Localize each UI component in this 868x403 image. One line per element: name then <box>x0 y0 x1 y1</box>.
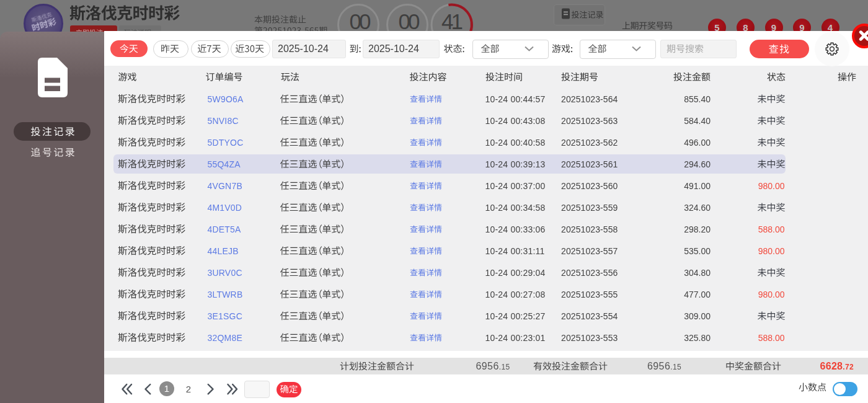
svg-text:10-24 00:43:08: 10-24 00:43:08 <box>485 116 546 126</box>
svg-text:535.00: 535.00 <box>684 246 711 256</box>
svg-text:6628.72: 6628.72 <box>820 361 854 371</box>
svg-text:584.40: 584.40 <box>684 116 711 126</box>
svg-text:20251023-554: 20251023-554 <box>561 311 618 321</box>
svg-text:6956.15: 6956.15 <box>476 361 510 371</box>
svg-text:20251023-560: 20251023-560 <box>561 181 618 191</box>
svg-text:10-24 00:33:06: 10-24 00:33:06 <box>485 224 546 234</box>
svg-text:298.20: 298.20 <box>684 224 711 234</box>
svg-text:2025-10-24: 2025-10-24 <box>368 43 419 54</box>
svg-text:10-24 00:23:01: 10-24 00:23:01 <box>485 333 546 343</box>
svg-text:4M1V0D: 4M1V0D <box>208 203 242 213</box>
svg-text:309.00: 309.00 <box>684 311 711 321</box>
svg-text:10-24 00:29:04: 10-24 00:29:04 <box>485 268 546 278</box>
svg-text:980.00: 980.00 <box>758 181 785 191</box>
svg-text:10-24 00:39:13: 10-24 00:39:13 <box>485 159 546 169</box>
svg-text:20251023-557: 20251023-557 <box>561 246 618 256</box>
svg-text:324.60: 324.60 <box>684 203 711 213</box>
svg-text:32QM8E: 32QM8E <box>208 333 242 343</box>
svg-text:10-24 00:25:27: 10-24 00:25:27 <box>485 311 546 321</box>
svg-text:588.00: 588.00 <box>758 224 785 234</box>
svg-text:2: 2 <box>186 384 191 394</box>
svg-text:855.40: 855.40 <box>684 94 711 104</box>
svg-text:980.00: 980.00 <box>758 290 785 299</box>
svg-text:10-24 00:31:11: 10-24 00:31:11 <box>485 246 545 256</box>
svg-text:20251023-564: 20251023-564 <box>561 94 618 104</box>
svg-text:294.60: 294.60 <box>684 159 711 169</box>
svg-text:20251023-562: 20251023-562 <box>561 138 618 148</box>
svg-text:491.00: 491.00 <box>684 181 711 191</box>
svg-text:20251023-555: 20251023-555 <box>561 290 618 299</box>
svg-text:10-24 00:37:00: 10-24 00:37:00 <box>485 181 546 191</box>
svg-text:55Q4ZA: 55Q4ZA <box>208 159 241 169</box>
svg-text:6956.15: 6956.15 <box>647 361 681 371</box>
svg-text:20251023-553: 20251023-553 <box>561 333 618 343</box>
svg-text:20251023-563: 20251023-563 <box>561 116 618 126</box>
svg-text:10-24 00:34:58: 10-24 00:34:58 <box>485 203 546 213</box>
svg-text:10-24 00:27:08: 10-24 00:27:08 <box>485 290 546 299</box>
svg-text:20251023-556: 20251023-556 <box>561 268 618 278</box>
svg-text:477.00: 477.00 <box>684 290 711 299</box>
svg-text:5W9O6A: 5W9O6A <box>208 94 244 104</box>
svg-text:20251023-558: 20251023-558 <box>561 224 618 234</box>
svg-text:5DTYOC: 5DTYOC <box>208 138 244 148</box>
svg-text:2025-10-24: 2025-10-24 <box>278 43 329 54</box>
svg-text:325.80: 325.80 <box>684 333 711 343</box>
svg-text:496.00: 496.00 <box>684 138 711 148</box>
svg-text:20251023-561: 20251023-561 <box>561 159 618 169</box>
svg-text:1: 1 <box>164 383 169 394</box>
svg-text:10-24 00:40:58: 10-24 00:40:58 <box>485 138 546 148</box>
svg-text:588.00: 588.00 <box>758 333 785 343</box>
svg-text:980.00: 980.00 <box>758 246 785 256</box>
svg-text:44LEJB: 44LEJB <box>208 246 239 256</box>
svg-text:304.80: 304.80 <box>684 268 711 278</box>
svg-text:3LTWRB: 3LTWRB <box>208 290 243 299</box>
svg-text:4DET5A: 4DET5A <box>208 224 242 234</box>
svg-text:4VGN7B: 4VGN7B <box>208 181 242 191</box>
svg-text:5NVI8C: 5NVI8C <box>208 116 239 126</box>
svg-text:20251023-559: 20251023-559 <box>561 203 618 213</box>
svg-text:10-24 00:44:57: 10-24 00:44:57 <box>485 94 546 104</box>
svg-text:3URV0C: 3URV0C <box>208 268 242 278</box>
svg-text:3E1SGC: 3E1SGC <box>208 311 242 321</box>
